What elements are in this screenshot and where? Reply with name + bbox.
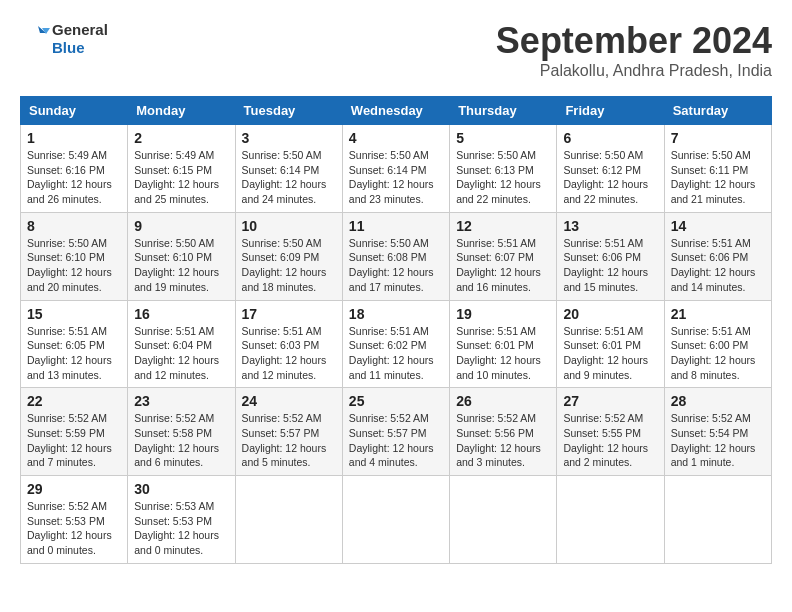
calendar-cell: 30 Sunrise: 5:53 AM Sunset: 5:53 PM Dayl… <box>128 476 235 564</box>
day-number: 19 <box>456 306 550 322</box>
day-number: 7 <box>671 130 765 146</box>
sunrise-label: Sunrise: 5:51 AM <box>563 237 643 249</box>
day-info: Sunrise: 5:50 AM Sunset: 6:11 PM Dayligh… <box>671 148 765 207</box>
sunrise-label: Sunrise: 5:50 AM <box>242 237 322 249</box>
daylight-label: Daylight: 12 hours and 26 minutes. <box>27 178 112 205</box>
sunrise-label: Sunrise: 5:51 AM <box>349 325 429 337</box>
day-info: Sunrise: 5:52 AM Sunset: 5:57 PM Dayligh… <box>349 411 443 470</box>
header-sunday: Sunday <box>21 97 128 125</box>
calendar-cell <box>235 476 342 564</box>
day-info: Sunrise: 5:52 AM Sunset: 5:54 PM Dayligh… <box>671 411 765 470</box>
sunrise-label: Sunrise: 5:51 AM <box>671 325 751 337</box>
sunrise-label: Sunrise: 5:52 AM <box>242 412 322 424</box>
day-number: 16 <box>134 306 228 322</box>
daylight-label: Daylight: 12 hours and 4 minutes. <box>349 442 434 469</box>
day-number: 21 <box>671 306 765 322</box>
day-info: Sunrise: 5:49 AM Sunset: 6:15 PM Dayligh… <box>134 148 228 207</box>
sunrise-label: Sunrise: 5:50 AM <box>563 149 643 161</box>
sunrise-label: Sunrise: 5:50 AM <box>349 149 429 161</box>
day-info: Sunrise: 5:51 AM Sunset: 6:07 PM Dayligh… <box>456 236 550 295</box>
day-number: 3 <box>242 130 336 146</box>
sunset-label: Sunset: 6:01 PM <box>456 339 534 351</box>
sunrise-label: Sunrise: 5:49 AM <box>27 149 107 161</box>
daylight-label: Daylight: 12 hours and 0 minutes. <box>27 529 112 556</box>
header-wednesday: Wednesday <box>342 97 449 125</box>
day-number: 18 <box>349 306 443 322</box>
daylight-label: Daylight: 12 hours and 15 minutes. <box>563 266 648 293</box>
day-number: 28 <box>671 393 765 409</box>
sunset-label: Sunset: 6:14 PM <box>242 164 320 176</box>
month-title: September 2024 <box>496 20 772 62</box>
sunset-label: Sunset: 6:02 PM <box>349 339 427 351</box>
sunset-label: Sunset: 6:10 PM <box>27 251 105 263</box>
sunrise-label: Sunrise: 5:53 AM <box>134 500 214 512</box>
daylight-label: Daylight: 12 hours and 11 minutes. <box>349 354 434 381</box>
day-number: 2 <box>134 130 228 146</box>
day-info: Sunrise: 5:51 AM Sunset: 6:00 PM Dayligh… <box>671 324 765 383</box>
sunset-label: Sunset: 6:12 PM <box>563 164 641 176</box>
sunrise-label: Sunrise: 5:51 AM <box>563 325 643 337</box>
sunset-label: Sunset: 6:00 PM <box>671 339 749 351</box>
day-number: 5 <box>456 130 550 146</box>
calendar-cell: 18 Sunrise: 5:51 AM Sunset: 6:02 PM Dayl… <box>342 300 449 388</box>
sunrise-label: Sunrise: 5:50 AM <box>456 149 536 161</box>
sunset-label: Sunset: 5:58 PM <box>134 427 212 439</box>
sunrise-label: Sunrise: 5:50 AM <box>242 149 322 161</box>
day-info: Sunrise: 5:52 AM Sunset: 5:58 PM Dayligh… <box>134 411 228 470</box>
sunset-label: Sunset: 6:14 PM <box>349 164 427 176</box>
daylight-label: Daylight: 12 hours and 1 minute. <box>671 442 756 469</box>
day-info: Sunrise: 5:51 AM Sunset: 6:05 PM Dayligh… <box>27 324 121 383</box>
day-info: Sunrise: 5:51 AM Sunset: 6:01 PM Dayligh… <box>563 324 657 383</box>
header-saturday: Saturday <box>664 97 771 125</box>
calendar-cell: 6 Sunrise: 5:50 AM Sunset: 6:12 PM Dayli… <box>557 125 664 213</box>
calendar-cell: 10 Sunrise: 5:50 AM Sunset: 6:09 PM Dayl… <box>235 212 342 300</box>
sunset-label: Sunset: 5:57 PM <box>349 427 427 439</box>
day-number: 6 <box>563 130 657 146</box>
day-number: 10 <box>242 218 336 234</box>
sunrise-label: Sunrise: 5:51 AM <box>456 237 536 249</box>
day-number: 22 <box>27 393 121 409</box>
sunrise-label: Sunrise: 5:52 AM <box>563 412 643 424</box>
day-number: 4 <box>349 130 443 146</box>
sunrise-label: Sunrise: 5:51 AM <box>456 325 536 337</box>
day-number: 14 <box>671 218 765 234</box>
day-number: 25 <box>349 393 443 409</box>
daylight-label: Daylight: 12 hours and 2 minutes. <box>563 442 648 469</box>
day-info: Sunrise: 5:50 AM Sunset: 6:08 PM Dayligh… <box>349 236 443 295</box>
sunset-label: Sunset: 6:10 PM <box>134 251 212 263</box>
sunrise-label: Sunrise: 5:52 AM <box>27 500 107 512</box>
daylight-label: Daylight: 12 hours and 16 minutes. <box>456 266 541 293</box>
logo-text: General Blue <box>52 21 108 57</box>
sunset-label: Sunset: 6:06 PM <box>671 251 749 263</box>
page-header: General Blue September 2024 Palakollu, A… <box>20 20 772 80</box>
daylight-label: Daylight: 12 hours and 14 minutes. <box>671 266 756 293</box>
sunset-label: Sunset: 5:53 PM <box>134 515 212 527</box>
day-info: Sunrise: 5:51 AM Sunset: 6:06 PM Dayligh… <box>563 236 657 295</box>
calendar-cell: 14 Sunrise: 5:51 AM Sunset: 6:06 PM Dayl… <box>664 212 771 300</box>
day-number: 24 <box>242 393 336 409</box>
day-info: Sunrise: 5:51 AM Sunset: 6:02 PM Dayligh… <box>349 324 443 383</box>
calendar-cell: 4 Sunrise: 5:50 AM Sunset: 6:14 PM Dayli… <box>342 125 449 213</box>
day-number: 20 <box>563 306 657 322</box>
sunrise-label: Sunrise: 5:52 AM <box>134 412 214 424</box>
day-info: Sunrise: 5:52 AM Sunset: 5:57 PM Dayligh… <box>242 411 336 470</box>
day-info: Sunrise: 5:53 AM Sunset: 5:53 PM Dayligh… <box>134 499 228 558</box>
day-info: Sunrise: 5:52 AM Sunset: 5:53 PM Dayligh… <box>27 499 121 558</box>
calendar-cell <box>450 476 557 564</box>
calendar-table: SundayMondayTuesdayWednesdayThursdayFrid… <box>20 96 772 564</box>
calendar-cell: 9 Sunrise: 5:50 AM Sunset: 6:10 PM Dayli… <box>128 212 235 300</box>
calendar-cell: 21 Sunrise: 5:51 AM Sunset: 6:00 PM Dayl… <box>664 300 771 388</box>
calendar-cell: 8 Sunrise: 5:50 AM Sunset: 6:10 PM Dayli… <box>21 212 128 300</box>
daylight-label: Daylight: 12 hours and 22 minutes. <box>456 178 541 205</box>
daylight-label: Daylight: 12 hours and 3 minutes. <box>456 442 541 469</box>
calendar-cell: 16 Sunrise: 5:51 AM Sunset: 6:04 PM Dayl… <box>128 300 235 388</box>
day-number: 15 <box>27 306 121 322</box>
sunset-label: Sunset: 6:03 PM <box>242 339 320 351</box>
header-thursday: Thursday <box>450 97 557 125</box>
day-number: 17 <box>242 306 336 322</box>
sunrise-label: Sunrise: 5:51 AM <box>242 325 322 337</box>
daylight-label: Daylight: 12 hours and 20 minutes. <box>27 266 112 293</box>
day-number: 9 <box>134 218 228 234</box>
sunset-label: Sunset: 6:06 PM <box>563 251 641 263</box>
day-info: Sunrise: 5:50 AM Sunset: 6:12 PM Dayligh… <box>563 148 657 207</box>
